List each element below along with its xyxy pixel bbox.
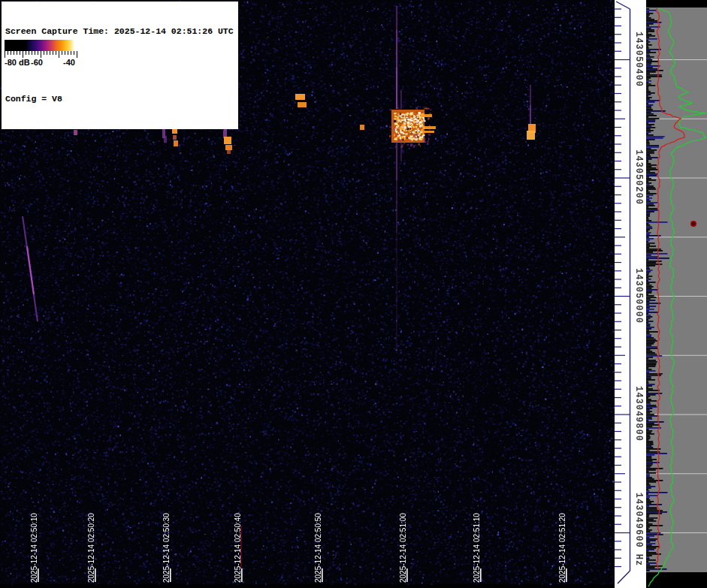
db-mid-label: -60 bbox=[31, 58, 43, 67]
colorscale-major-tick bbox=[23, 51, 23, 58]
colorscale-ticks bbox=[5, 51, 77, 58]
colormap-gradient-bar bbox=[5, 40, 77, 51]
frequency-label: 143050000 bbox=[633, 268, 644, 324]
colorscale-major-tick bbox=[5, 51, 5, 58]
frequency-label: 143049800 bbox=[633, 386, 644, 442]
time-label: 2025-12-14 02:50:50 bbox=[314, 513, 322, 583]
time-label: 2025-12-14 02:51:10 bbox=[473, 513, 481, 583]
frequency-label: 143049600 Hz bbox=[633, 493, 644, 566]
colorscale-major-tick bbox=[59, 51, 59, 58]
capture-config-text: Config = V8 bbox=[5, 93, 234, 104]
colorscale-major-tick bbox=[77, 51, 77, 58]
frequency-label: 143050200 bbox=[633, 149, 644, 205]
db-max-label: -40 bbox=[63, 58, 75, 67]
time-label: 2025-12-14 02:50:20 bbox=[87, 513, 95, 583]
time-label: 2025-12-14 02:50:30 bbox=[162, 513, 171, 583]
db-min-label: -80 dB bbox=[5, 58, 30, 67]
time-label: 2025-12-14 02:51:20 bbox=[558, 513, 567, 583]
colorscale-major-tick bbox=[41, 51, 41, 58]
time-label: 2025-12-14 02:50:10 bbox=[30, 513, 38, 583]
colorscale-labels: -80 dB -60 -40 bbox=[4, 58, 78, 68]
capture-time-text: Screen Capture Time: 2025-12-14 02:51:26… bbox=[5, 26, 234, 37]
spectrum-lab-capture: Screen Capture Time: 2025-12-14 02:51:26… bbox=[0, 0, 707, 588]
frequency-label: 143050400 bbox=[633, 32, 644, 87]
time-label: 2025-12-14 02:51:00 bbox=[399, 513, 407, 583]
time-label: 2025-12-14 02:50:40 bbox=[234, 513, 242, 583]
db-color-scale: -80 dB -60 -40 bbox=[4, 39, 78, 68]
